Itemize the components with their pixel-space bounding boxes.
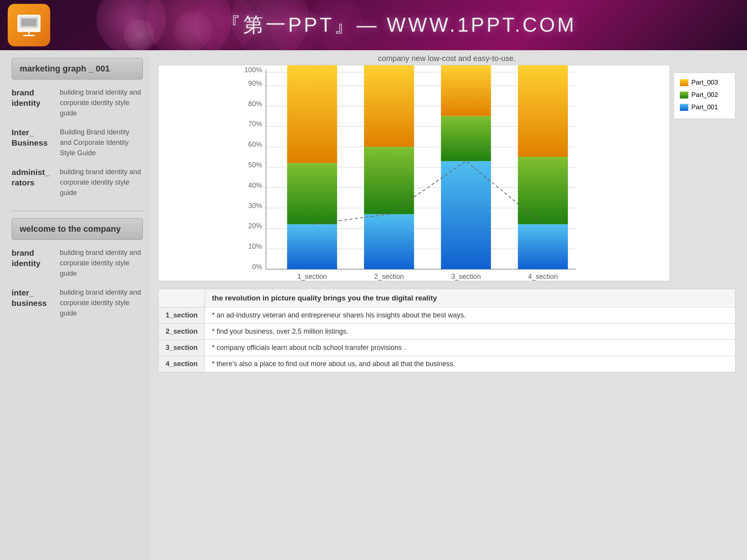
legend-item-part001: Part_001 <box>680 104 729 111</box>
sidebar-item-label-brand-identity-2: brand identity <box>12 248 54 279</box>
legend-label-part002: Part_002 <box>691 91 718 99</box>
trend-line <box>312 161 543 224</box>
sidebar-item-desc-inter-business: Building Brand Identity and Corporate Id… <box>60 127 143 158</box>
svg-text:80%: 80% <box>248 100 262 108</box>
bar-4-part001 <box>518 224 568 270</box>
svg-text:40%: 40% <box>248 182 262 189</box>
presentation-icon <box>15 12 42 39</box>
legend-label-part003: Part_003 <box>691 79 718 87</box>
bar-4-part003 <box>518 65 568 157</box>
sidebar-item-label-brand-identity-1: brand identity <box>12 87 54 119</box>
svg-text:50%: 50% <box>248 161 262 169</box>
header-title: 『第一PPT』— WWW.1PPT.COM <box>50 12 747 39</box>
section-text-3: * company officials learn about nclb sch… <box>205 340 735 356</box>
legend-item-part002: Part_002 <box>680 91 729 99</box>
bar-chart-svg: 0% 10% 20% 30% 40% 50% 60% 70% 80% 90% 1… <box>159 65 669 281</box>
svg-text:60%: 60% <box>248 141 262 148</box>
bar-3-part003 <box>441 65 491 116</box>
chart-subtitle: company new low-cost and easy-to-use. <box>158 54 735 63</box>
x-label-2: 2_section <box>374 273 404 281</box>
sidebar-item-label-administrators: administ_ rators <box>12 167 54 198</box>
x-label-4: 4_section <box>528 273 558 281</box>
sidebar-item-brand-identity-1: brand identity building brand identity a… <box>12 87 143 119</box>
marketing-graph-button[interactable]: marketing graph _ 001 <box>12 58 143 80</box>
data-table: the revolution in picture quality brings… <box>158 289 735 372</box>
x-label-1: 1_section <box>297 273 327 281</box>
sidebar-item-label-inter-business: Inter_ Business <box>12 127 54 158</box>
legend-box-part001 <box>680 104 688 111</box>
bar-1-part001 <box>287 224 337 270</box>
bar-2-part001 <box>364 214 414 269</box>
section-label-2: 2_section <box>159 324 205 340</box>
bar-3-part002 <box>441 116 491 161</box>
svg-text:90%: 90% <box>248 80 262 87</box>
section-text-1: * an ad-industry veteran and entrepreneu… <box>205 307 735 324</box>
sidebar-divider <box>12 210 143 211</box>
bar-3-part001 <box>441 161 491 269</box>
header: 『第一PPT』— WWW.1PPT.COM <box>0 0 747 50</box>
section-text-4: * there's also a place to find out more … <box>205 356 735 372</box>
legend-box-part002 <box>680 92 688 98</box>
right-content: company new low-cost and easy-to-use. 0%… <box>151 50 747 560</box>
header-title-text: 『第一PPT』— WWW.1PPT.COM <box>221 14 576 36</box>
svg-text:20%: 20% <box>248 222 262 230</box>
sidebar-item-brand-identity-2: brand identity building brand identity a… <box>12 248 143 279</box>
x-label-3: 3_section <box>451 273 481 281</box>
chart-container: 0% 10% 20% 30% 40% 50% 60% 70% 80% 90% 1… <box>158 65 735 281</box>
sidebar-item-label-inter-business-2: inter_ business <box>12 287 54 319</box>
section-label-1: 1_section <box>159 307 205 324</box>
legend-item-part003: Part_003 <box>680 79 729 87</box>
section-text-2: * find your business, over 2.5 million l… <box>205 324 735 340</box>
welcome-button[interactable]: welcome to the company <box>12 218 143 240</box>
legend-label-part001: Part_001 <box>691 104 718 111</box>
section-label-4: 4_section <box>159 356 205 372</box>
chart-area: 0% 10% 20% 30% 40% 50% 60% 70% 80% 90% 1… <box>158 65 670 281</box>
bar-1-part002 <box>287 163 337 224</box>
table-header: the revolution in picture quality brings… <box>205 289 735 307</box>
svg-text:10%: 10% <box>248 243 262 250</box>
bar-2-part003 <box>364 65 414 147</box>
sidebar-item-inter-business: Inter_ Business Building Brand Identity … <box>12 127 143 158</box>
table-row-1: 1_section * an ad-industry veteran and e… <box>159 307 735 324</box>
main-content: marketing graph _ 001 brand identity bui… <box>0 50 747 560</box>
header-logo <box>8 4 50 46</box>
svg-text:70%: 70% <box>248 120 262 128</box>
table-row-3: 3_section * company officials learn abou… <box>159 340 735 356</box>
svg-text:30%: 30% <box>248 202 262 210</box>
sidebar: marketing graph _ 001 brand identity bui… <box>0 50 151 560</box>
sidebar-item-inter-business-2: inter_ business building brand identity … <box>12 287 143 319</box>
bar-4-part002 <box>518 157 568 224</box>
legend-box-part003 <box>680 79 688 86</box>
svg-text:100%: 100% <box>244 66 262 74</box>
chart-legend: Part_003 Part_002 Part_001 <box>674 73 735 119</box>
sidebar-item-desc-administrators: building brand identity and corporate id… <box>60 167 143 198</box>
table-corner <box>159 289 205 307</box>
section-label-3: 3_section <box>159 340 205 356</box>
sidebar-item-desc-brand-identity-1: building brand identity and corporate id… <box>60 87 143 119</box>
sidebar-item-desc-inter-business-2: building brand identity and corporate id… <box>60 287 143 319</box>
sidebar-item-administrators: administ_ rators building brand identity… <box>12 167 143 198</box>
svg-text:0%: 0% <box>252 263 262 271</box>
sidebar-item-desc-brand-identity-2: building brand identity and corporate id… <box>60 248 143 279</box>
table-row-2: 2_section * find your business, over 2.5… <box>159 324 735 340</box>
table-row-4: 4_section * there's also a place to find… <box>159 356 735 372</box>
svg-rect-2 <box>21 19 37 26</box>
bar-2-part002 <box>364 147 414 214</box>
bar-1-part003 <box>287 65 337 163</box>
